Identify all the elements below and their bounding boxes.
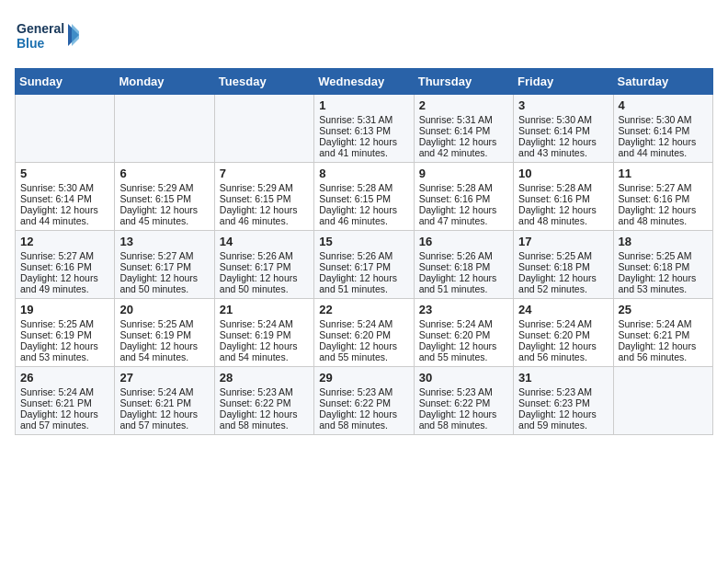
- daylight: Daylight: 12 hours and 50 minutes.: [220, 272, 298, 294]
- daylight: Daylight: 12 hours and 47 minutes.: [419, 204, 497, 226]
- calendar-cell: 27 Sunrise: 5:24 AM Sunset: 6:21 PM Dayl…: [115, 367, 214, 435]
- calendar-cell: 10 Sunrise: 5:28 AM Sunset: 6:16 PM Dayl…: [514, 163, 613, 231]
- sunset: Sunset: 6:20 PM: [319, 329, 391, 340]
- daylight: Daylight: 12 hours and 48 minutes.: [518, 204, 597, 226]
- daylight: Daylight: 12 hours and 49 minutes.: [20, 272, 98, 294]
- day-number: 18: [619, 235, 708, 248]
- calendar-cell: 8 Sunrise: 5:28 AM Sunset: 6:15 PM Dayli…: [314, 163, 414, 231]
- daylight: Daylight: 12 hours and 45 minutes.: [119, 204, 198, 226]
- sunset: Sunset: 6:14 PM: [619, 125, 690, 136]
- sunset: Sunset: 6:16 PM: [619, 193, 690, 204]
- calendar-cell: 16 Sunrise: 5:26 AM Sunset: 6:18 PM Dayl…: [414, 231, 513, 299]
- daylight: Daylight: 12 hours and 48 minutes.: [619, 204, 697, 226]
- sunrise: Sunrise: 5:24 AM: [518, 318, 592, 329]
- sunrise: Sunrise: 5:29 AM: [220, 182, 293, 193]
- day-number: 6: [119, 167, 209, 180]
- day-number: 30: [419, 371, 508, 385]
- daylight: Daylight: 12 hours and 54 minutes.: [220, 340, 298, 362]
- daylight: Daylight: 12 hours and 46 minutes.: [220, 204, 298, 226]
- day-number: 19: [20, 303, 109, 316]
- page-header: General Blue: [15, 15, 713, 61]
- day-number: 17: [518, 235, 608, 248]
- sunset: Sunset: 6:20 PM: [419, 329, 491, 340]
- calendar-cell: 13 Sunrise: 5:27 AM Sunset: 6:17 PM Dayl…: [115, 231, 214, 299]
- sunset: Sunset: 6:19 PM: [220, 329, 291, 340]
- sunrise: Sunrise: 5:25 AM: [518, 250, 592, 261]
- sunset: Sunset: 6:18 PM: [419, 261, 491, 272]
- sunrise: Sunrise: 5:26 AM: [319, 250, 392, 261]
- day-number: 13: [119, 235, 209, 248]
- calendar-cell: 11 Sunrise: 5:27 AM Sunset: 6:16 PM Dayl…: [613, 163, 712, 231]
- sunset: Sunset: 6:18 PM: [518, 261, 590, 272]
- sunrise: Sunrise: 5:26 AM: [419, 250, 493, 261]
- calendar-cell: 26 Sunrise: 5:24 AM Sunset: 6:21 PM Dayl…: [16, 367, 115, 435]
- sunrise: Sunrise: 5:31 AM: [419, 114, 493, 125]
- daylight: Daylight: 12 hours and 58 minutes.: [220, 408, 298, 431]
- sunset: Sunset: 6:22 PM: [419, 397, 491, 408]
- daylight: Daylight: 12 hours and 43 minutes.: [518, 136, 597, 158]
- daylight: Daylight: 12 hours and 53 minutes.: [619, 272, 697, 294]
- day-number: 21: [220, 303, 309, 316]
- day-number: 20: [119, 303, 209, 316]
- calendar-cell: [115, 95, 214, 163]
- day-number: 31: [518, 371, 608, 385]
- sunset: Sunset: 6:21 PM: [20, 397, 92, 408]
- daylight: Daylight: 12 hours and 52 minutes.: [518, 272, 597, 294]
- calendar-cell: 4 Sunrise: 5:30 AM Sunset: 6:14 PM Dayli…: [613, 95, 712, 163]
- sunrise: Sunrise: 5:28 AM: [518, 182, 592, 193]
- sunrise: Sunrise: 5:29 AM: [119, 182, 193, 193]
- sunset: Sunset: 6:15 PM: [319, 193, 391, 204]
- sunrise: Sunrise: 5:25 AM: [119, 318, 193, 329]
- calendar-cell: [613, 367, 712, 435]
- sunrise: Sunrise: 5:23 AM: [419, 386, 493, 397]
- sunrise: Sunrise: 5:30 AM: [20, 182, 94, 193]
- calendar-cell: 31 Sunrise: 5:23 AM Sunset: 6:23 PM Dayl…: [514, 367, 613, 435]
- header-monday: Monday: [115, 69, 214, 95]
- day-number: 9: [419, 167, 508, 180]
- sunrise: Sunrise: 5:30 AM: [619, 114, 692, 125]
- calendar-cell: 23 Sunrise: 5:24 AM Sunset: 6:20 PM Dayl…: [414, 299, 513, 367]
- day-number: 4: [619, 98, 708, 112]
- sunset: Sunset: 6:14 PM: [518, 125, 590, 136]
- sunrise: Sunrise: 5:26 AM: [220, 250, 293, 261]
- calendar-cell: 18 Sunrise: 5:25 AM Sunset: 6:18 PM Dayl…: [613, 231, 712, 299]
- sunset: Sunset: 6:14 PM: [20, 193, 92, 204]
- day-number: 7: [220, 167, 309, 180]
- calendar-cell: 15 Sunrise: 5:26 AM Sunset: 6:17 PM Dayl…: [314, 231, 414, 299]
- daylight: Daylight: 12 hours and 54 minutes.: [119, 340, 198, 362]
- sunrise: Sunrise: 5:27 AM: [20, 250, 94, 261]
- svg-marker-3: [72, 24, 79, 46]
- calendar-cell: 14 Sunrise: 5:26 AM Sunset: 6:17 PM Dayl…: [214, 231, 313, 299]
- daylight: Daylight: 12 hours and 42 minutes.: [419, 136, 497, 158]
- day-number: 5: [20, 167, 109, 180]
- calendar-cell: 19 Sunrise: 5:25 AM Sunset: 6:19 PM Dayl…: [16, 299, 115, 367]
- day-number: 1: [319, 98, 408, 112]
- calendar-cell: 7 Sunrise: 5:29 AM Sunset: 6:15 PM Dayli…: [214, 163, 313, 231]
- daylight: Daylight: 12 hours and 41 minutes.: [319, 136, 397, 158]
- calendar-cell: [214, 95, 313, 163]
- sunrise: Sunrise: 5:24 AM: [20, 386, 94, 397]
- day-number: 16: [419, 235, 508, 248]
- sunset: Sunset: 6:19 PM: [20, 329, 92, 340]
- day-number: 25: [619, 303, 708, 316]
- sunset: Sunset: 6:17 PM: [319, 261, 391, 272]
- daylight: Daylight: 12 hours and 56 minutes.: [619, 340, 697, 362]
- week-row-0: 1 Sunrise: 5:31 AM Sunset: 6:13 PM Dayli…: [16, 95, 713, 163]
- week-row-1: 5 Sunrise: 5:30 AM Sunset: 6:14 PM Dayli…: [16, 163, 713, 231]
- daylight: Daylight: 12 hours and 58 minutes.: [419, 408, 497, 431]
- daylight: Daylight: 12 hours and 57 minutes.: [20, 408, 98, 431]
- daylight: Daylight: 12 hours and 56 minutes.: [518, 340, 597, 362]
- sunset: Sunset: 6:16 PM: [20, 261, 92, 272]
- sunrise: Sunrise: 5:24 AM: [619, 318, 692, 329]
- daylight: Daylight: 12 hours and 51 minutes.: [419, 272, 497, 294]
- day-number: 10: [518, 167, 608, 180]
- daylight: Daylight: 12 hours and 50 minutes.: [119, 272, 198, 294]
- calendar-cell: 28 Sunrise: 5:23 AM Sunset: 6:22 PM Dayl…: [214, 367, 313, 435]
- daylight: Daylight: 12 hours and 59 minutes.: [518, 408, 597, 431]
- day-number: 27: [119, 371, 209, 385]
- sunrise: Sunrise: 5:24 AM: [419, 318, 493, 329]
- calendar-cell: 9 Sunrise: 5:28 AM Sunset: 6:16 PM Dayli…: [414, 163, 513, 231]
- week-row-4: 26 Sunrise: 5:24 AM Sunset: 6:21 PM Dayl…: [16, 367, 713, 435]
- sunset: Sunset: 6:22 PM: [319, 397, 391, 408]
- daylight: Daylight: 12 hours and 53 minutes.: [20, 340, 98, 362]
